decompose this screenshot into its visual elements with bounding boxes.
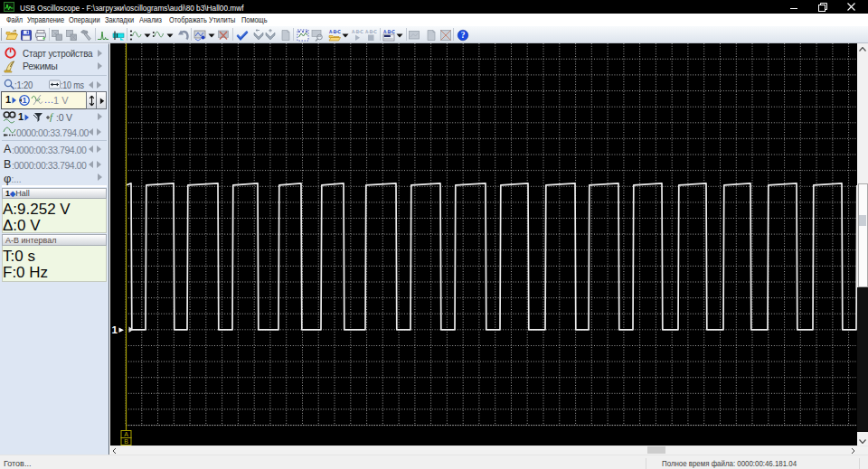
svg-text:?: ? [461, 31, 466, 40]
svg-text:f: f [50, 111, 54, 122]
svg-text:1: 1 [112, 324, 118, 335]
svg-text:A·B•C: A·B•C [383, 30, 395, 34]
svg-text:A: A [124, 431, 128, 437]
svg-text:A·B•C: A·B•C [365, 30, 377, 34]
svg-text:B: B [124, 438, 128, 445]
svg-text:A·B•C: A·B•C [329, 30, 341, 34]
svg-text:1: 1 [23, 96, 27, 105]
svg-text:A·B•C: A·B•C [352, 30, 363, 34]
